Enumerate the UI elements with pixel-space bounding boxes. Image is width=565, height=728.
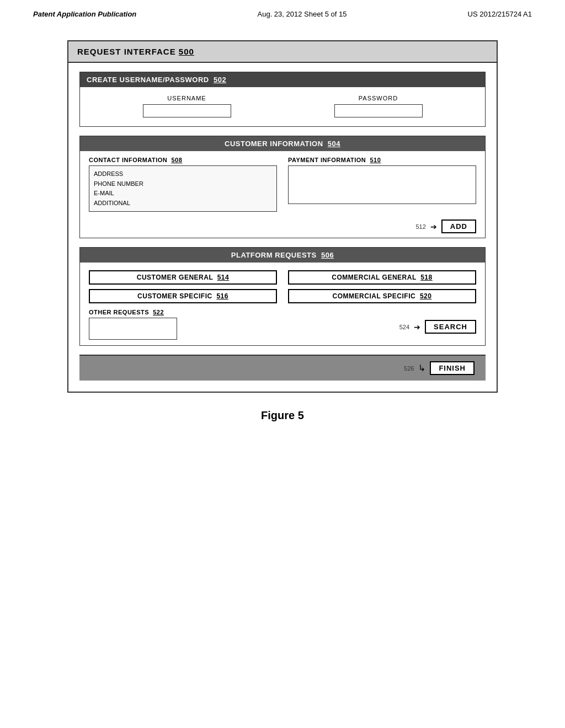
platform-requests-ref: 506 [321, 251, 334, 259]
contact-phone: PHONE NUMBER [94, 179, 272, 189]
commercial-general-ref: 518 [420, 274, 433, 281]
create-username-label: CREATE USERNAME/PASSWORD [87, 76, 209, 84]
commercial-general-label: COMMERCIAL GENERAL [332, 274, 416, 281]
password-field-group: PASSWORD [334, 95, 423, 117]
customer-specific-ref: 516 [216, 292, 228, 300]
diagram-inner: CREATE USERNAME/PASSWORD 502 USERNAME PA… [68, 63, 497, 392]
create-username-bar: CREATE USERNAME/PASSWORD 502 [80, 72, 485, 87]
create-username-section: CREATE USERNAME/PASSWORD 502 USERNAME PA… [79, 72, 486, 127]
other-requests-box[interactable] [89, 318, 177, 340]
password-label: PASSWORD [359, 95, 398, 101]
request-interface-bar: REQUEST INTERFACE 500 [68, 41, 497, 63]
add-arrow-icon: ➔ [430, 222, 437, 231]
contact-info-label: CONTACT INFORMATION 508 [89, 157, 277, 163]
username-fields-row: USERNAME PASSWORD [80, 87, 485, 126]
payment-ref-text: 510 [370, 157, 381, 163]
platform-requests-label: PLATFORM REQUESTS [231, 251, 317, 259]
commercial-general-button[interactable]: COMMERCIAL GENERAL 518 [288, 270, 476, 285]
header-center-text: Aug. 23, 2012 Sheet 5 of 15 [258, 10, 347, 18]
platform-body: CUSTOMER GENERAL 514 CUSTOMER SPECIFIC 5… [80, 263, 485, 345]
request-interface-ref: 500 [179, 47, 194, 56]
patent-header-right: US 2012/215724 A1 [468, 10, 532, 18]
request-interface-title: REQUEST INTERFACE [77, 47, 176, 56]
platform-buttons-row: CUSTOMER GENERAL 514 CUSTOMER SPECIFIC 5… [89, 270, 476, 303]
customer-info-section: CUSTOMER INFORMATION 504 CONTACT INFORMA… [79, 136, 486, 238]
customer-info-bar: CUSTOMER INFORMATION 504 [80, 136, 485, 151]
search-button[interactable]: SEARCH [425, 320, 476, 334]
platform-left-col: CUSTOMER GENERAL 514 CUSTOMER SPECIFIC 5… [89, 270, 277, 303]
other-requests-label: OTHER REQUESTS 522 [89, 309, 277, 315]
username-label: USERNAME [167, 95, 206, 101]
contact-label-text: CONTACT INFORMATION [89, 157, 167, 163]
add-ref-label: 512 [415, 223, 425, 230]
customer-info-ref: 504 [328, 140, 340, 148]
commercial-specific-ref: 520 [420, 292, 432, 300]
patent-header-left: Patent Application Publication [33, 10, 136, 18]
finish-ref-label: 526 [404, 365, 414, 372]
diagram-outer: REQUEST INTERFACE 500 CREATE USERNAME/PA… [67, 40, 498, 393]
header-right-text: US 2012/215724 A1 [468, 10, 532, 18]
platform-right-col: COMMERCIAL GENERAL 518 COMMERCIAL SPECIF… [288, 270, 476, 303]
contact-info-col: CONTACT INFORMATION 508 ADDRESS PHONE NU… [89, 157, 277, 212]
platform-requests-bar: PLATFORM REQUESTS 506 [80, 248, 485, 263]
payment-info-label: PAYMENT INFORMATION 510 [288, 157, 476, 163]
add-row: 512 ➔ ADD [80, 217, 485, 238]
password-input[interactable] [334, 104, 423, 117]
create-username-ref: 502 [214, 76, 226, 84]
payment-info-box[interactable] [288, 165, 476, 204]
username-field-group: USERNAME [143, 95, 231, 117]
contact-email: E-MAIL [94, 189, 272, 199]
platform-requests-section: PLATFORM REQUESTS 506 CUSTOMER GENERAL 5… [79, 247, 486, 346]
commercial-specific-label: COMMERCIAL SPECIFIC [333, 292, 416, 300]
figure-label: Figure 5 [261, 409, 304, 421]
finish-ref-text: 526 [404, 365, 414, 372]
customer-general-label: CUSTOMER GENERAL [137, 274, 213, 281]
username-input[interactable] [143, 104, 231, 117]
contact-info-box: ADDRESS PHONE NUMBER E-MAIL ADDITIONAL [89, 165, 277, 212]
main-content: REQUEST INTERFACE 500 CREATE USERNAME/PA… [0, 24, 565, 422]
other-requests-label-text: OTHER REQUESTS [89, 309, 149, 315]
other-requests-row: OTHER REQUESTS 522 524 ➔ SEARCH [89, 309, 476, 340]
customer-general-ref: 514 [217, 274, 230, 281]
contact-ref-text: 508 [171, 157, 182, 163]
figure-caption: Figure 5 [261, 409, 304, 422]
header-left-text: Patent Application Publication [33, 10, 136, 18]
search-ref-label: 524 [399, 324, 409, 330]
customer-specific-label: CUSTOMER SPECIFIC [137, 292, 212, 300]
finish-curve-icon: ↳ [418, 363, 425, 373]
patent-header: Patent Application Publication Aug. 23, … [0, 0, 565, 24]
contact-additional: ADDITIONAL [94, 199, 272, 208]
finish-bar: 526 ↳ FINISH [79, 355, 486, 381]
payment-info-col: PAYMENT INFORMATION 510 [288, 157, 476, 212]
other-requests-col: OTHER REQUESTS 522 [89, 309, 277, 340]
contact-address: ADDRESS [94, 169, 272, 179]
payment-label-text: PAYMENT INFORMATION [288, 157, 366, 163]
commercial-specific-button[interactable]: COMMERCIAL SPECIFIC 520 [288, 289, 476, 303]
search-row: 524 ➔ SEARCH [288, 309, 476, 334]
other-requests-ref: 522 [153, 309, 164, 315]
customer-info-body: CONTACT INFORMATION 508 ADDRESS PHONE NU… [80, 151, 485, 217]
customer-specific-button[interactable]: CUSTOMER SPECIFIC 516 [89, 289, 277, 303]
search-arrow-icon: ➔ [414, 323, 420, 331]
patent-header-center: Aug. 23, 2012 Sheet 5 of 15 [258, 10, 347, 18]
finish-button[interactable]: FINISH [430, 361, 475, 375]
customer-info-label: CUSTOMER INFORMATION [225, 140, 323, 148]
add-button[interactable]: ADD [441, 220, 476, 233]
customer-general-button[interactable]: CUSTOMER GENERAL 514 [89, 270, 277, 285]
